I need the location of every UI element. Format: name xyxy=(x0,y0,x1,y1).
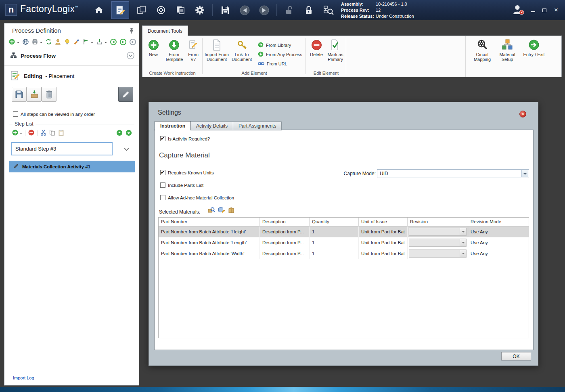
navigate-forward-icon[interactable] xyxy=(120,39,126,46)
close-button[interactable]: × xyxy=(553,6,559,14)
process-icon[interactable] xyxy=(135,3,149,17)
checkbox-box[interactable] xyxy=(160,182,165,188)
idea-icon[interactable] xyxy=(64,39,70,46)
collapse-section-icon[interactable] xyxy=(127,52,134,61)
undo-icon[interactable] xyxy=(238,3,251,17)
add-step-icon[interactable] xyxy=(9,39,15,46)
table-row[interactable]: Part Number from Batch Attribute 'Width'… xyxy=(159,248,529,259)
refresh-icon[interactable] xyxy=(130,39,136,46)
col-revision-mode[interactable]: Revision Mode xyxy=(468,218,529,226)
table-row[interactable]: Part Number from Batch Attribute 'Length… xyxy=(159,237,529,248)
add-item-icon[interactable] xyxy=(12,130,18,137)
cut-icon[interactable] xyxy=(40,130,46,137)
user-icon[interactable] xyxy=(55,39,61,46)
save-icon[interactable] xyxy=(218,3,232,17)
dropdown-caret-icon[interactable] xyxy=(17,42,19,44)
redo-icon[interactable] xyxy=(257,3,271,17)
close-settings-icon[interactable]: ✕ xyxy=(519,111,526,117)
import-from-document-button[interactable]: Import From Document xyxy=(205,39,229,62)
tab-instruction[interactable]: Instruction xyxy=(155,121,191,130)
chevron-down-icon[interactable] xyxy=(521,170,528,177)
ok-button[interactable]: OK xyxy=(501,352,531,361)
requires-known-units-checkbox[interactable]: Requires Known Units xyxy=(160,170,214,175)
navigate-back-icon[interactable] xyxy=(110,39,117,46)
col-description[interactable]: Description xyxy=(260,218,310,226)
material-setup-button[interactable]: Material Setup xyxy=(496,39,519,62)
from-template-button[interactable]: From Template xyxy=(163,39,184,62)
allow-adhoc-checkbox[interactable]: Allow Ad-hoc Material Collection xyxy=(160,195,234,200)
checkbox-box[interactable] xyxy=(160,170,165,175)
circuit-mapping-button[interactable]: Circuit Mapping xyxy=(471,39,494,62)
import-step-button[interactable] xyxy=(27,87,42,102)
view-order-checkbox[interactable]: All steps can be viewed in any order xyxy=(13,111,95,117)
dropdown-caret-icon[interactable] xyxy=(105,42,107,44)
dropdown-caret-icon[interactable] xyxy=(20,133,22,135)
tab-activity-details[interactable]: Activity Details xyxy=(191,122,233,130)
minimize-button[interactable] xyxy=(529,6,536,14)
remove-item-icon[interactable] xyxy=(28,130,34,137)
revision-dropdown[interactable] xyxy=(409,228,467,236)
step-selector[interactable]: Standard Step #3 xyxy=(11,142,113,155)
revision-dropdown[interactable] xyxy=(409,239,467,247)
link-to-document-button[interactable]: Link To Document xyxy=(230,39,253,62)
find-process-icon[interactable] xyxy=(321,3,335,17)
cell-part-number: Part Number from Batch Attribute 'Height… xyxy=(159,226,260,237)
copy-icon[interactable] xyxy=(49,130,55,137)
user-account-icon[interactable] xyxy=(512,4,524,17)
documents-icon[interactable] xyxy=(174,3,187,17)
from-url-button[interactable]: From URL xyxy=(258,60,287,68)
from-v7-button[interactable]: From V7 xyxy=(185,39,201,62)
col-unit-of-issue[interactable]: Unit of Issue xyxy=(359,218,408,226)
export-icon[interactable] xyxy=(96,39,103,46)
import-log-link[interactable]: Import Log xyxy=(13,375,34,380)
checkbox-box[interactable] xyxy=(160,195,165,200)
settings-gear-icon[interactable] xyxy=(193,3,207,17)
col-quantity[interactable]: Quantity xyxy=(310,218,359,226)
package-icon[interactable] xyxy=(228,207,235,215)
move-down-icon[interactable] xyxy=(126,130,132,137)
revision-dropdown[interactable] xyxy=(409,249,467,258)
is-activity-required-checkbox[interactable]: Is Activity Required? xyxy=(160,136,210,141)
from-any-process-button[interactable]: From Any Process xyxy=(258,50,302,59)
home-icon[interactable] xyxy=(92,3,106,17)
tab-document-tools[interactable]: Document Tools xyxy=(142,25,188,36)
search-part-icon[interactable] xyxy=(208,207,215,215)
dropdown-caret-icon[interactable] xyxy=(91,42,93,44)
chevron-down-icon[interactable] xyxy=(460,228,466,235)
capture-mode-dropdown[interactable]: UID xyxy=(377,169,529,178)
unlock-icon[interactable] xyxy=(282,3,296,17)
flag-icon[interactable] xyxy=(83,39,89,46)
pin-icon[interactable] xyxy=(129,27,134,35)
activity-list-item[interactable]: Materials Collection Activity #1 xyxy=(9,161,135,172)
edit-content-button[interactable] xyxy=(118,87,133,102)
sync-icon[interactable] xyxy=(46,39,52,46)
from-library-button[interactable]: From Library xyxy=(258,41,291,49)
entry-exit-button[interactable]: Entry / Exit xyxy=(523,39,545,57)
chevron-down-icon[interactable] xyxy=(460,239,466,246)
maximize-button[interactable] xyxy=(541,6,548,14)
tab-part-assignments[interactable]: Part Assignments xyxy=(233,122,282,130)
select-parts-icon[interactable] xyxy=(218,207,225,215)
work-instructions-icon[interactable] xyxy=(111,1,129,19)
save-step-button[interactable] xyxy=(12,87,27,102)
browse-web-icon[interactable] xyxy=(23,39,29,46)
print-icon[interactable] xyxy=(32,39,38,46)
chevron-down-icon[interactable] xyxy=(460,250,466,257)
col-part-number[interactable]: Part Number xyxy=(159,218,260,226)
move-up-icon[interactable] xyxy=(116,130,123,137)
navigator-icon[interactable] xyxy=(154,3,168,17)
paste-icon[interactable] xyxy=(58,130,64,137)
dropdown-caret-icon[interactable] xyxy=(40,42,42,44)
table-row[interactable]: Part Number from Batch Attribute 'Height… xyxy=(159,226,529,237)
new-button[interactable]: New xyxy=(144,39,162,57)
checkbox-box[interactable] xyxy=(13,111,18,117)
brush-icon[interactable] xyxy=(73,39,80,46)
checkbox-box[interactable] xyxy=(160,136,165,141)
include-parts-list-checkbox[interactable]: Include Parts List xyxy=(160,182,203,188)
mark-as-primary-button[interactable]: Mark as Primary xyxy=(326,39,345,62)
chevron-down-icon[interactable] xyxy=(124,146,129,151)
lock-icon[interactable] xyxy=(302,3,316,17)
delete-element-button[interactable]: Delete xyxy=(308,39,325,57)
delete-step-button[interactable] xyxy=(42,87,56,102)
col-revision[interactable]: Revision xyxy=(408,218,468,226)
